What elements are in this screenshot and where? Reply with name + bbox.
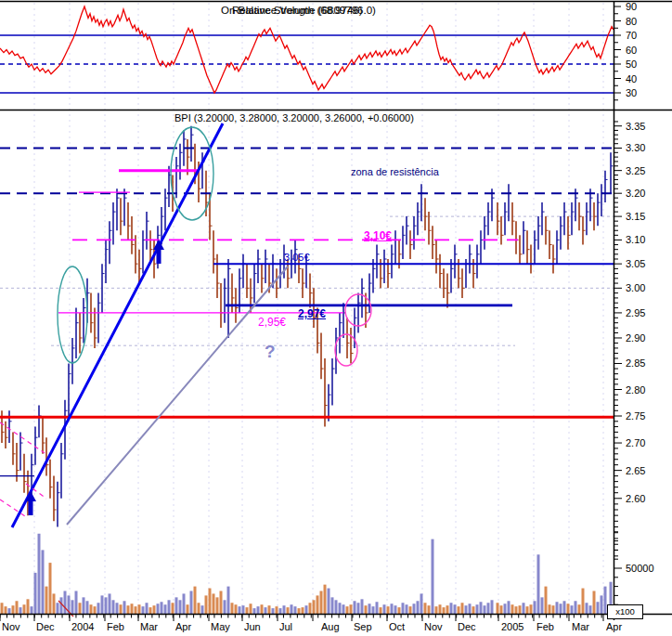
volume-bar — [86, 601, 89, 614]
volume-bar — [491, 600, 494, 614]
month-label: Apr — [606, 621, 622, 633]
indicator-axis-label: 70 — [626, 30, 637, 42]
volume-bar — [339, 603, 342, 614]
volume-bar — [265, 607, 267, 614]
volume-bar — [357, 603, 360, 614]
volume-bar — [8, 608, 11, 614]
price-axis-label: 2.60 — [626, 493, 645, 505]
volume-bar — [291, 604, 293, 614]
volume-bar — [439, 604, 442, 614]
annotation-label: 2,95€ — [258, 317, 286, 329]
price-axis-label: 2.80 — [626, 384, 645, 396]
indicator-axis-label: 50 — [626, 58, 637, 71]
volume-bar — [49, 563, 52, 614]
volume-bar — [586, 603, 588, 614]
volume-bar — [394, 605, 397, 614]
volume-bar — [387, 606, 390, 614]
volume-bar — [497, 603, 499, 614]
volume-bar — [350, 604, 353, 614]
volume-bar — [328, 589, 330, 614]
volume-bar — [105, 597, 108, 614]
volume-bar — [175, 597, 178, 614]
price-axis-label: 3.15 — [626, 211, 645, 223]
volume-bar — [272, 608, 275, 614]
price-axis-label: 2.95 — [626, 307, 645, 319]
month-label: Feb — [107, 621, 124, 633]
volume-bar — [235, 604, 238, 614]
volume-bar — [309, 603, 312, 614]
volume-bar — [383, 604, 386, 614]
volume-bar — [391, 604, 394, 614]
month-label: Feb — [536, 621, 554, 633]
volume-bar — [120, 604, 123, 614]
volume-bar — [19, 607, 22, 614]
volume-bar — [279, 608, 282, 614]
volume-bar — [75, 591, 78, 615]
volume-axis-label: 50000 — [626, 563, 654, 575]
volume-bar — [578, 604, 581, 614]
volume-bar — [545, 587, 548, 614]
volume-bar — [487, 603, 490, 614]
volume-bar — [480, 602, 483, 614]
indicator-title-rsi: Relative Strength (68.9746) — [232, 5, 363, 16]
volume-bar — [361, 599, 364, 614]
volume-bar — [398, 607, 401, 614]
volume-bar — [476, 604, 479, 614]
volume-bar — [261, 604, 264, 614]
price-axis-label: 2.70 — [626, 437, 645, 449]
month-label: 2004 — [71, 621, 94, 633]
volume-bar — [461, 603, 464, 614]
volume-bar — [552, 605, 555, 614]
month-label: Nov — [424, 621, 443, 633]
volume-bar — [83, 597, 85, 614]
volume-bar — [424, 603, 427, 614]
volume-bar — [335, 600, 338, 614]
chart-canvas — [0, 0, 672, 636]
volume-bar — [27, 599, 30, 614]
volume-bar — [432, 539, 434, 614]
annotation-label: zona de resistência — [351, 166, 439, 178]
volume-bar — [97, 603, 100, 614]
annotation-label: 3,10€ — [364, 230, 392, 242]
volume-bar — [164, 604, 167, 614]
volume-bar — [1, 603, 4, 614]
volume-bar — [368, 604, 371, 614]
volume-bar — [537, 554, 540, 614]
volume-bar — [31, 606, 33, 614]
volume-bar — [563, 601, 566, 614]
metastock-chart-window: On Balance Volume (6809796.0) Relative S… — [0, 0, 672, 636]
volume-bar — [190, 591, 193, 615]
volume-bar — [168, 600, 171, 614]
volume-bar — [484, 605, 486, 614]
volume-bar — [413, 604, 416, 614]
volume-bar — [549, 604, 551, 614]
price-axis-label: 3.25 — [626, 165, 645, 177]
volume-bar — [443, 607, 446, 614]
volume-bar — [582, 589, 585, 614]
volume-bar — [346, 606, 349, 614]
volume-bar — [534, 601, 536, 614]
volume-bar — [250, 604, 252, 614]
volume-bar — [324, 585, 327, 614]
volume-bar — [435, 606, 438, 614]
volume-bar — [172, 603, 174, 614]
volume-bar — [560, 604, 562, 614]
month-label: Dec — [458, 621, 476, 633]
volume-bar — [575, 601, 577, 614]
month-label: Nov — [2, 621, 20, 633]
price-axis-label: 3.35 — [626, 121, 645, 133]
volume-bar — [593, 591, 596, 615]
volume-bar — [567, 604, 570, 614]
volume-bar — [227, 587, 230, 614]
volume-bar — [402, 603, 405, 614]
price-axis-label: 2.65 — [626, 465, 645, 477]
month-label: 2005 — [501, 621, 523, 633]
volume-bar — [253, 608, 256, 614]
volume-bar — [138, 604, 141, 614]
price-axis-label: 2.75 — [626, 410, 645, 422]
volume-bar — [571, 605, 574, 614]
volume-bar — [109, 593, 111, 614]
annotation-label: 3,05€ — [284, 252, 310, 264]
volume-bar — [511, 604, 514, 614]
month-label: Jul — [279, 621, 292, 633]
